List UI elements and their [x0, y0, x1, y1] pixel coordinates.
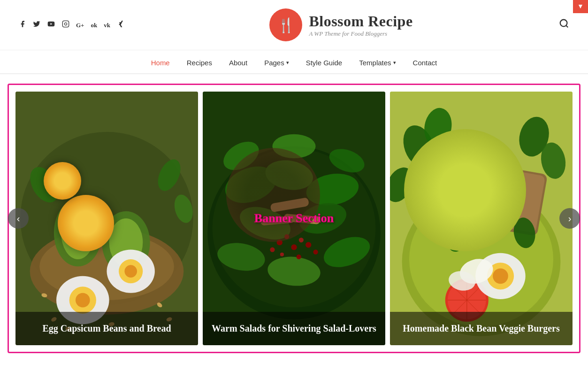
card-1-image: [15, 92, 198, 345]
card-3-image: [390, 92, 573, 345]
card-2-caption: Warm Salads for Shivering Salad-Lovers: [203, 312, 385, 345]
card-1-title: Egg Capsicum Beans and Bread: [42, 323, 171, 333]
card-1[interactable]: Egg Capsicum Beans and Bread: [15, 92, 198, 345]
top-bar-arrow-icon: ▼: [577, 3, 584, 10]
svg-point-10: [61, 206, 95, 259]
svg-point-16: [76, 293, 90, 308]
prev-arrow-icon: ‹: [17, 213, 20, 224]
site-title: Blossom Recipe: [309, 13, 412, 30]
xing-icon[interactable]: [117, 20, 123, 30]
nav-recipes[interactable]: Recipes: [187, 59, 212, 67]
nav-contact[interactable]: Contact: [413, 59, 437, 67]
card-2-title: Warm Salads for Shivering Salad-Lovers: [212, 323, 376, 333]
fork-icon: 🍴: [277, 17, 295, 33]
svg-line-4: [566, 25, 568, 27]
card-3-svg: [390, 92, 573, 345]
svg-point-44: [305, 242, 311, 248]
svg-point-74: [493, 268, 508, 284]
youtube-icon[interactable]: [47, 20, 55, 30]
site-header: G+ ok vk 🍴 Blossom Recipe A WP Theme for…: [0, 0, 588, 50]
banner-section: ‹: [8, 84, 580, 353]
svg-point-19: [124, 265, 137, 278]
logo-area: 🍴 Blossom Recipe A WP Theme for Food Blo…: [123, 8, 559, 41]
vk-icon[interactable]: vk: [104, 21, 110, 29]
site-tagline: A WP Theme for Food Bloggers: [309, 30, 412, 38]
logo-icon: 🍴: [269, 8, 302, 41]
search-button[interactable]: [559, 18, 569, 31]
card-3-title: Homemade Black Bean Veggie Burgers: [403, 323, 559, 333]
svg-point-43: [299, 238, 304, 242]
svg-point-54: [272, 134, 315, 158]
pages-chevron-icon: ▾: [286, 60, 289, 66]
templates-chevron-icon: ▾: [393, 60, 396, 66]
card-1-svg: [15, 92, 198, 345]
banner-section-label: Banner Section: [254, 211, 334, 225]
nav-home[interactable]: Home: [151, 59, 170, 67]
nav-about[interactable]: About: [229, 59, 247, 67]
carousel-next-button[interactable]: ›: [559, 208, 580, 229]
svg-point-48: [297, 255, 301, 259]
logo-text: Blossom Recipe A WP Theme for Food Blogg…: [309, 13, 412, 38]
nav-style-guide[interactable]: Style Guide: [306, 59, 343, 67]
social-icons-bar: G+ ok vk: [19, 20, 123, 30]
cards-carousel: ‹: [15, 92, 573, 345]
svg-point-45: [270, 247, 275, 252]
carousel-prev-button[interactable]: ‹: [8, 208, 29, 229]
svg-point-46: [313, 250, 318, 255]
main-content: ‹: [0, 74, 588, 363]
instagram-icon[interactable]: [62, 20, 69, 30]
twitter-icon[interactable]: [33, 20, 40, 30]
card-3-caption: Homemade Black Bean Veggie Burgers: [390, 312, 573, 345]
facebook-icon[interactable]: [19, 20, 26, 30]
card-2[interactable]: Banner Section Warm Salads for Shivering…: [203, 92, 385, 345]
next-arrow-icon: ›: [568, 213, 572, 224]
svg-point-42: [291, 244, 297, 250]
card-3[interactable]: Homemade Black Bean Veggie Burgers: [390, 92, 573, 345]
svg-point-11: [69, 218, 88, 247]
google-plus-icon[interactable]: G+: [76, 21, 84, 29]
card-1-caption: Egg Capsicum Beans and Bread: [15, 312, 198, 345]
odnoklassniki-icon[interactable]: ok: [91, 21, 98, 29]
main-nav: Home Recipes About Pages ▾ Style Guide T…: [0, 50, 588, 74]
svg-rect-1: [62, 21, 69, 27]
svg-point-3: [560, 20, 567, 27]
nav-templates[interactable]: Templates ▾: [359, 59, 396, 67]
top-notification-bar[interactable]: ▼: [573, 0, 588, 13]
svg-point-47: [280, 253, 284, 256]
svg-point-41: [284, 234, 289, 239]
svg-rect-49: [270, 197, 309, 212]
nav-pages[interactable]: Pages ▾: [264, 59, 289, 67]
svg-point-40: [277, 240, 283, 245]
